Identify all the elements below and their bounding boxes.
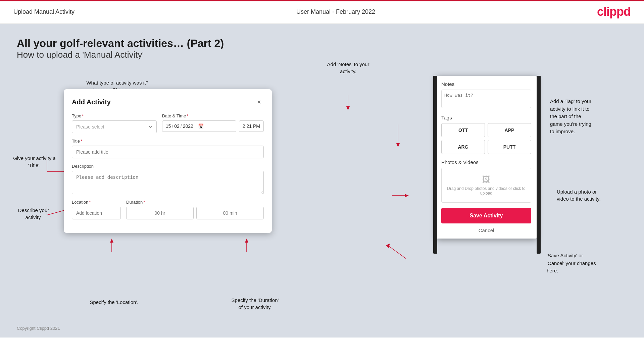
description-input[interactable] — [72, 171, 264, 194]
annotation-describe: Describe youractivity. — [10, 207, 57, 221]
location-group: Location* — [72, 200, 121, 219]
page-heading: All your golf-relevant activities… (Part… — [17, 37, 627, 60]
photos-label: Photos & Videos — [441, 159, 531, 165]
svg-line-20 — [388, 245, 406, 259]
annotation-tag: Add a 'Tag' to youractivity to link it t… — [550, 98, 624, 136]
modal-header: Add Activity × — [72, 97, 264, 107]
photo-icon: 🖼 — [444, 175, 528, 184]
phone-inner: Notes Tags OTT APP ARG PUTT Photos & Vid… — [436, 76, 537, 239]
duration-hr-input[interactable] — [126, 207, 194, 219]
svg-marker-17 — [396, 143, 400, 147]
tags-label: Tags — [441, 115, 531, 120]
add-activity-modal: Add Activity × Type* Please select Date … — [64, 89, 272, 233]
tags-section: Tags OTT APP ARG PUTT — [441, 115, 531, 154]
time-input[interactable]: 2:21 PM — [239, 120, 264, 132]
photos-section: Photos & Videos 🖼 Drag and Drop photos a… — [441, 159, 531, 203]
annotation-photo: Upload a photo orvideo to the activity. — [557, 188, 627, 202]
phone-left-border — [433, 76, 437, 254]
subtitle: User Manual - February 2022 — [296, 8, 375, 15]
cancel-button[interactable]: Cancel — [441, 227, 531, 233]
svg-marker-13 — [245, 239, 248, 243]
heading2: How to upload a 'Manual Activity' — [17, 50, 627, 60]
tag-app[interactable]: APP — [488, 123, 531, 137]
duration-label: Duration* — [126, 200, 264, 205]
duration-min-input[interactable] — [196, 207, 264, 219]
type-label: Type* — [72, 113, 157, 118]
copyright: Copyright Clippd 2021 — [17, 326, 60, 331]
tags-grid: OTT APP ARG PUTT — [441, 123, 531, 154]
notes-label: Notes — [441, 81, 531, 87]
svg-marker-19 — [405, 194, 409, 197]
footer: Copyright Clippd 2021 — [17, 326, 60, 331]
title-input[interactable] — [72, 146, 264, 158]
close-button[interactable]: × — [254, 97, 264, 107]
annotation-notes: Add 'Notes' to youractivity. — [319, 61, 378, 75]
description-group: Description — [72, 164, 264, 194]
phone-panel: Notes Tags OTT APP ARG PUTT Photos & Vid… — [436, 76, 537, 239]
annotation-save-cancel: 'Save Activity' or'Cancel' your changesh… — [547, 252, 627, 275]
photos-hint: Drag and Drop photos and videos or click… — [444, 186, 528, 196]
title-group: Title* — [72, 139, 264, 158]
type-group: Type* Please select — [72, 113, 157, 133]
svg-marker-11 — [110, 239, 113, 243]
location-input[interactable] — [72, 207, 121, 219]
heading1: All your golf-relevant activities… (Part… — [17, 37, 627, 50]
svg-marker-15 — [346, 106, 350, 110]
phone-right-border — [537, 76, 541, 254]
annotation-duration: Specify the 'Duration'of your activity. — [218, 297, 292, 311]
type-datetime-row: Type* Please select Date & Time* 15 / 02… — [72, 113, 264, 133]
description-label: Description — [72, 164, 264, 169]
modal-title: Add Activity — [72, 98, 111, 106]
title-label: Title* — [72, 139, 264, 144]
annotation-location: Specify the 'Location'. — [81, 299, 148, 306]
top-bar: Upload Manual Activity User Manual - Feb… — [0, 0, 644, 24]
notes-input[interactable] — [441, 90, 531, 108]
save-activity-button[interactable]: Save Activity — [441, 208, 531, 223]
datetime-group: Date & Time* 15 / 02 / 2022 📅 2:21 PM — [162, 113, 264, 133]
duration-inputs — [126, 207, 264, 219]
location-duration-row: Location* Duration* — [72, 200, 264, 219]
main-content: All your golf-relevant activities… (Part… — [0, 24, 644, 338]
duration-group: Duration* — [126, 200, 264, 219]
datetime-label: Date & Time* — [162, 113, 264, 118]
svg-marker-21 — [386, 244, 390, 248]
type-select[interactable]: Please select — [72, 120, 157, 133]
tag-ott[interactable]: OTT — [441, 123, 485, 137]
annotation-title: Give your activity a'Title'. — [10, 155, 59, 169]
tag-arg[interactable]: ARG — [441, 140, 485, 154]
page-title: Upload Manual Activity — [13, 8, 75, 15]
date-input[interactable]: 15 / 02 / 2022 📅 — [162, 120, 236, 132]
photos-upload-area[interactable]: 🖼 Drag and Drop photos and videos or cli… — [441, 168, 531, 203]
notes-section: Notes — [441, 81, 531, 109]
location-label: Location* — [72, 200, 121, 205]
logo: clippd — [597, 5, 631, 19]
tag-putt[interactable]: PUTT — [488, 140, 531, 154]
